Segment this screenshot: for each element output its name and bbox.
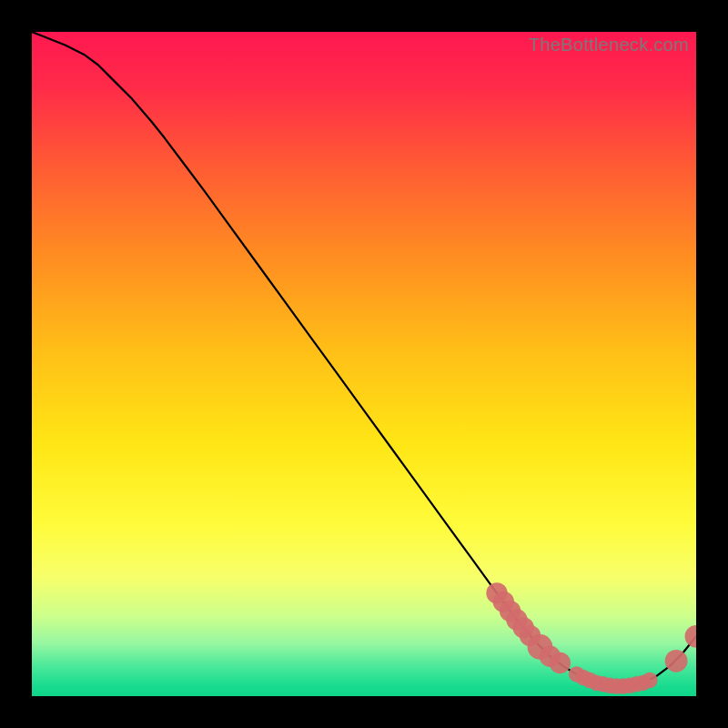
chart-plot-area (32, 32, 696, 696)
chart-svg (32, 32, 696, 696)
highlight-point (642, 672, 658, 689)
gradient-background (32, 32, 696, 696)
watermark-label: TheBottleneck.com (529, 35, 689, 54)
highlight-point (665, 650, 688, 672)
chart-frame: TheBottleneck.com (32, 32, 696, 696)
highlight-point (550, 652, 571, 673)
